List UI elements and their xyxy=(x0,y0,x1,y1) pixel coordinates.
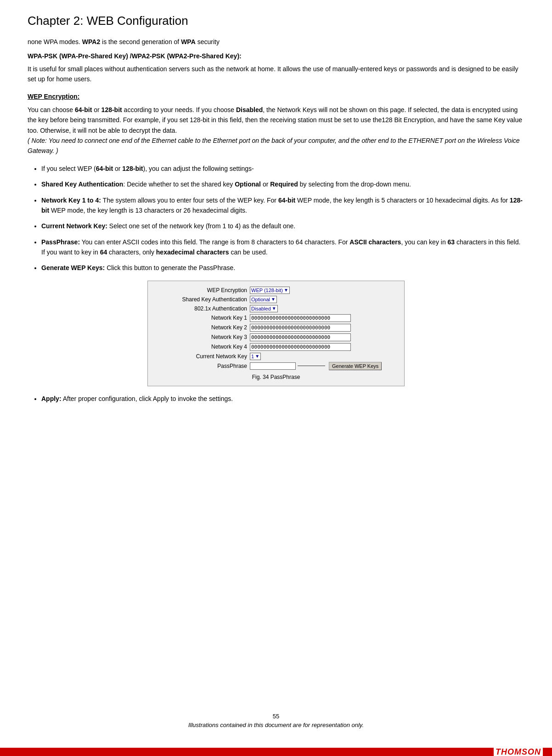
wep-note: ( Note: You need to connect one end of t… xyxy=(28,137,520,154)
bullet-item-5: PassPhrase: You can enter ASCII codes in… xyxy=(41,237,524,258)
wep-desc2: according to your needs. If you choose xyxy=(122,106,236,113)
fig-caption: Fig. 34 PassPhrase xyxy=(155,374,397,380)
wpa-psk-desc: It is useful for small places without au… xyxy=(28,64,524,85)
bullet-item-6: Generate WEP Keys: Click this button to … xyxy=(41,263,524,273)
wep-disabled: Disabled xyxy=(236,106,263,113)
bullet-item-4: Current Network Key: Select one set of t… xyxy=(41,221,524,231)
fig-shared-key-arrow: ▼ xyxy=(271,297,276,302)
wpa-psk-label2: /WPA2-PSK xyxy=(130,52,165,60)
chapter-title: Chapter 2: WEB Configuration xyxy=(28,14,524,28)
fig-row-key4: Network Key 4 00000000000000000000000000 xyxy=(155,343,397,351)
bullet2-shared-key: Shared Key Authentication xyxy=(41,181,123,188)
wpa-psk-label1b: (WPA-Pre-Shared Key) xyxy=(57,52,130,60)
fig-802-label: 802.1x Authentication xyxy=(155,305,247,312)
fig-row-passphrase: PassPhrase Generate WEP Keys xyxy=(155,362,397,370)
fig-row-current-key: Current Network Key 1 ▼ xyxy=(155,353,397,360)
bullet3-network-key: Network Key 1 to 4: xyxy=(41,197,101,204)
bullet5-63: 63 xyxy=(448,238,455,246)
wep-heading: WEP Encryption: xyxy=(28,93,524,100)
bullet2-optional: Optional xyxy=(235,181,261,188)
thomson-logo: THOMSON xyxy=(494,747,543,756)
bullet2-text: Shared Key Authentication: Decide whethe… xyxy=(41,181,411,188)
bullet5-passphrase: PassPhrase: xyxy=(41,238,80,246)
page-footer: 55 Illustrations contained in this docum… xyxy=(0,713,552,733)
fig-shared-key-select[interactable]: Optional ▼ xyxy=(250,296,277,303)
wpa-psk-label2b: (WPA2-Pre-Shared Key) xyxy=(165,52,240,60)
fig-shared-key-value: Optional xyxy=(251,297,270,302)
wep-desc1: You can choose xyxy=(28,106,75,113)
fig-wep-encryption-select[interactable]: WEP (128-bit) ▼ xyxy=(250,287,290,294)
bullet5-text: PassPhrase: You can enter ASCII codes in… xyxy=(41,238,520,256)
wpa-psk-colon: : xyxy=(239,52,242,60)
fig-wep-encryption-value: WEP (128-bit) xyxy=(251,288,283,293)
fig-row-key2: Network Key 2 00000000000000000000000000 xyxy=(155,324,397,332)
bullet1-text: If you select WEP (64-bit or 128-bit), y… xyxy=(41,165,254,172)
intro-paragraph: none WPA modes. WPA2 is the second gener… xyxy=(28,37,524,47)
generate-wep-keys-button[interactable]: Generate WEP Keys xyxy=(329,362,382,370)
fig-802-value: Disabled xyxy=(251,306,271,311)
apply-bold: Apply: xyxy=(41,395,62,402)
fig-row-wep-encryption: WEP Encryption WEP (128-bit) ▼ xyxy=(155,287,397,294)
fig-key3-label: Network Key 3 xyxy=(155,334,247,340)
footer-note: Illustrations contained in this document… xyxy=(0,722,552,728)
wep-desc: You can choose 64-bit or 128-bit accordi… xyxy=(28,105,524,156)
fig-current-key-select[interactable]: 1 ▼ xyxy=(250,353,261,360)
wep-64bit: 64-bit xyxy=(75,106,92,113)
bullet6-generate: Generate WEP Keys: xyxy=(41,264,105,271)
bullet5-ascii: ASCII characters xyxy=(349,238,401,246)
intro-text1b: is the second generation of xyxy=(100,38,181,45)
fig-wep-encryption-arrow: ▼ xyxy=(284,288,288,293)
fig-key4-label: Network Key 4 xyxy=(155,344,247,350)
bullet-list: If you select WEP (64-bit or 128-bit), y… xyxy=(41,164,524,273)
intro-text1: none WPA modes. xyxy=(28,38,82,45)
fig-key4-value[interactable]: 00000000000000000000000000 xyxy=(250,343,351,351)
bullet3-64bit: 64-bit xyxy=(278,197,295,204)
bullet1-64bit: 64-bit xyxy=(96,165,113,172)
bullet-item-1: If you select WEP (64-bit or 128-bit), y… xyxy=(41,164,524,174)
fig-current-key-arrow: ▼ xyxy=(255,354,259,359)
fig-wep-encryption-label: WEP Encryption xyxy=(155,287,247,293)
bullet4-current-key: Current Network Key: xyxy=(41,222,107,230)
figure-container: WEP Encryption WEP (128-bit) ▼ Shared Ke… xyxy=(147,281,405,386)
bullet2-required: Required xyxy=(270,181,298,188)
bullet3-text: Network Key 1 to 4: The system allows yo… xyxy=(41,197,523,214)
fig-row-key3: Network Key 3 00000000000000000000000000 xyxy=(155,333,397,341)
intro-text1c: security xyxy=(196,38,220,45)
wep-or: or xyxy=(92,106,101,113)
fig-key2-label: Network Key 2 xyxy=(155,324,247,331)
wep-128bit: 128-bit xyxy=(101,106,122,113)
fig-current-key-label: Current Network Key xyxy=(155,353,247,360)
fig-passphrase-input[interactable] xyxy=(250,362,296,370)
fig-802-arrow: ▼ xyxy=(272,306,276,311)
fig-shared-key-label: Shared Key Authentication xyxy=(155,296,247,303)
fig-row-shared-key: Shared Key Authentication Optional ▼ xyxy=(155,296,397,303)
fig-passphrase-line xyxy=(298,366,325,366)
bullet1-128bit: 128-bit xyxy=(122,165,143,172)
bullet4-text: Current Network Key: Select one set of t… xyxy=(41,222,295,230)
bullet-item-2: Shared Key Authentication: Decide whethe… xyxy=(41,179,524,189)
fig-row-key1: Network Key 1 00000000000000000000000000 xyxy=(155,314,397,322)
fig-current-key-value: 1 xyxy=(251,354,254,359)
page-number: 55 xyxy=(0,713,552,720)
intro-wpa: WPA xyxy=(181,38,196,45)
bullet5-hex: hexadecimal characters xyxy=(156,248,229,256)
fig-key1-value[interactable]: 00000000000000000000000000 xyxy=(250,314,351,322)
apply-text: After proper configuration, click Apply … xyxy=(62,395,233,402)
fig-passphrase-label: PassPhrase xyxy=(155,363,247,369)
fig-key2-value[interactable]: 00000000000000000000000000 xyxy=(250,324,351,332)
bullet6-text: Generate WEP Keys: Click this button to … xyxy=(41,264,235,271)
footer-bar: THOMSON xyxy=(0,748,552,756)
wpa-psk-label1: WPA-PSK xyxy=(28,52,57,60)
bullet5-64: 64 xyxy=(100,248,107,256)
fig-key1-label: Network Key 1 xyxy=(155,315,247,321)
fig-key3-value[interactable]: 00000000000000000000000000 xyxy=(250,333,351,341)
fig-row-802: 802.1x Authentication Disabled ▼ xyxy=(155,305,397,312)
page-content: Chapter 2: WEB Configuration none WPA mo… xyxy=(0,0,552,455)
bullet-item-3: Network Key 1 to 4: The system allows yo… xyxy=(41,195,524,216)
apply-bullet-item: Apply: After proper configuration, click… xyxy=(41,394,524,404)
apply-bullet-list: Apply: After proper configuration, click… xyxy=(41,394,524,404)
fig-802-select[interactable]: Disabled ▼ xyxy=(250,305,278,312)
wpa-psk-heading: WPA-PSK (WPA-Pre-Shared Key) /WPA2-PSK (… xyxy=(28,51,524,61)
intro-wpa2: WPA2 xyxy=(82,38,100,45)
